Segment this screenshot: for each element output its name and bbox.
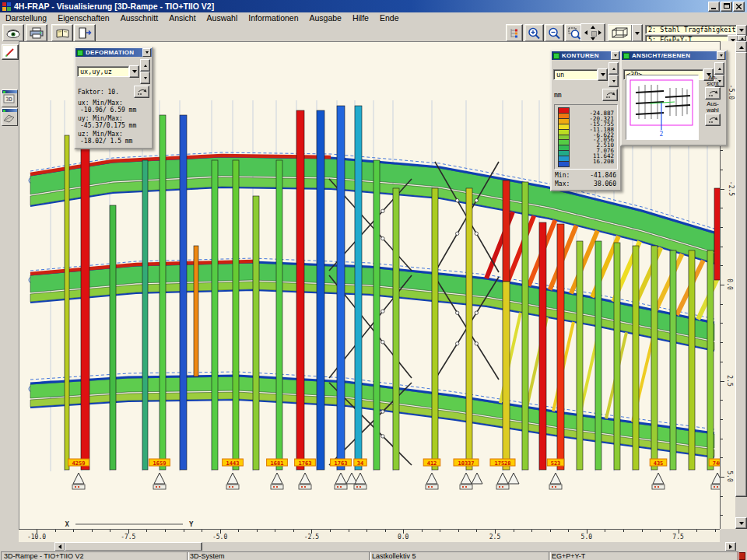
analysis-combo[interactable]: 2: Stahl Tragfähigkeit (Th. 2. O bbox=[645, 25, 740, 34]
ruler-label: -10.0 bbox=[27, 534, 46, 541]
print-button[interactable] bbox=[26, 24, 47, 42]
status-cell: Lastkollektiv 5 bbox=[369, 551, 551, 560]
model-column bbox=[614, 243, 620, 470]
zoom-in-button[interactable] bbox=[524, 24, 544, 42]
scroll-down-icon[interactable] bbox=[735, 517, 747, 529]
menu-item-darstellung[interactable]: Darstellung bbox=[0, 13, 52, 23]
apply-konturen-button[interactable] bbox=[602, 89, 618, 101]
deformation-combo[interactable]: ux,uy,uz bbox=[77, 66, 129, 77]
horizontal-scrollbar[interactable] bbox=[19, 542, 735, 551]
support-triangle bbox=[653, 473, 664, 484]
support-dot bbox=[156, 486, 157, 488]
brace-joint-marker bbox=[475, 232, 478, 235]
exit-button[interactable] bbox=[74, 24, 96, 42]
contour-legend: -24.887-20.321-15.755-11.188-6.622-2.056… bbox=[554, 104, 618, 170]
edit-pencil-button[interactable] bbox=[2, 44, 19, 60]
ruler-label: 5.0 bbox=[581, 534, 592, 541]
support-dot bbox=[654, 486, 656, 488]
view-eye-button[interactable] bbox=[2, 24, 24, 42]
support-triangle bbox=[335, 473, 346, 484]
title-bar: 4H-FRAP - Visualisierung [3D-Rampe - TIO… bbox=[0, 0, 747, 12]
ruler-tick bbox=[721, 457, 723, 458]
konturen-panel-titlebar[interactable]: KONTUREN bbox=[552, 51, 620, 60]
ruler-tick bbox=[476, 530, 477, 532]
view-preview-thumbnail: 2 bbox=[626, 75, 696, 138]
ruler-tick bbox=[531, 530, 532, 532]
zoom-out-button[interactable] bbox=[545, 24, 564, 42]
maximize-icon[interactable] bbox=[721, 2, 732, 12]
model-column bbox=[81, 129, 89, 470]
scroll-up-icon[interactable] bbox=[735, 41, 747, 53]
support-triangle bbox=[154, 473, 165, 484]
ruler-tick bbox=[55, 530, 56, 532]
minimized-panel-ramp[interactable] bbox=[2, 108, 18, 126]
panel-collapse-icon[interactable] bbox=[611, 51, 619, 60]
apply-view-button[interactable] bbox=[705, 87, 721, 100]
view-3d-dropdown-arrow[interactable] bbox=[632, 24, 643, 42]
panel-collapse-icon[interactable] bbox=[717, 51, 725, 60]
view-preview[interactable]: 2 bbox=[626, 75, 699, 140]
deformation-row-value: -18.02/ 1.5 mm bbox=[75, 138, 152, 145]
svg-text:2: 2 bbox=[660, 131, 664, 138]
analysis-combo-arrow[interactable] bbox=[736, 25, 747, 36]
apply-selection-button[interactable] bbox=[705, 114, 721, 126]
konturen-combo-arrow[interactable] bbox=[598, 68, 608, 81]
help-book-button[interactable] bbox=[51, 24, 73, 42]
menu-item-hilfe[interactable]: Hilfe bbox=[347, 13, 374, 23]
deformation-panel-titlebar[interactable]: DEFORMATION bbox=[75, 48, 152, 57]
panel-icon bbox=[553, 53, 559, 59]
menu-item-ausschnitt[interactable]: Ausschnitt bbox=[115, 13, 163, 23]
pan-center[interactable] bbox=[591, 31, 597, 37]
diagonal-strut bbox=[656, 254, 682, 311]
menu-item-ausgabe[interactable]: Ausgabe bbox=[304, 13, 347, 23]
menu-item-auswahl[interactable]: Auswahl bbox=[202, 13, 244, 23]
support-dot bbox=[359, 486, 361, 488]
brace-joint-marker bbox=[475, 311, 478, 314]
ruler-tick bbox=[721, 496, 723, 497]
model-column bbox=[374, 160, 380, 470]
spinner-down-icon[interactable] bbox=[608, 75, 619, 87]
apply-deformation-button[interactable] bbox=[134, 86, 149, 98]
pan-pad[interactable] bbox=[580, 23, 605, 43]
apply-arrow-icon bbox=[707, 116, 718, 124]
deformation-row-label: uz: Min/Max: bbox=[75, 130, 152, 138]
minimized-panel-3d[interactable]: 3D bbox=[2, 89, 18, 107]
menu-item-informationen[interactable]: Informationen bbox=[243, 13, 303, 23]
vertical-scrollbar[interactable] bbox=[735, 41, 747, 529]
deformation-spinner[interactable] bbox=[140, 59, 150, 84]
minimize-icon[interactable] bbox=[708, 2, 720, 12]
faktor-label: Faktor: 10. bbox=[78, 89, 119, 96]
vertical-scroll-thumb[interactable] bbox=[735, 52, 747, 497]
menu-item-ansicht[interactable]: Ansicht bbox=[163, 13, 201, 23]
pan-right-icon[interactable] bbox=[598, 30, 601, 35]
select-button-label: Aus- wahl bbox=[707, 101, 718, 113]
apply-arrow-icon bbox=[136, 88, 147, 96]
options-tree-button[interactable] bbox=[506, 24, 523, 42]
diagonal-strut bbox=[507, 216, 534, 282]
konturen-combo[interactable]: un bbox=[553, 69, 598, 80]
left-tool-strip: 3D bbox=[0, 41, 19, 551]
toolbar: 2: Stahl Tragfähigkeit (Th. 2. O 5: EG+P… bbox=[0, 23, 747, 41]
deformation-combo-arrow[interactable] bbox=[129, 65, 139, 78]
ruler-tick bbox=[721, 323, 723, 324]
ruler-tick bbox=[366, 530, 367, 532]
konturen-spinner[interactable] bbox=[608, 62, 619, 87]
close-icon[interactable] bbox=[733, 2, 745, 12]
menu-item-eigenschaften[interactable]: Eigenschaften bbox=[52, 13, 115, 23]
ansicht-panel-titlebar[interactable]: ANSICHT/EBENEN bbox=[622, 51, 726, 60]
ruler-label: 0.0 bbox=[398, 534, 409, 541]
spinner-up-icon[interactable] bbox=[140, 59, 150, 72]
brace-joint-marker bbox=[456, 199, 459, 202]
ruler-tick bbox=[440, 530, 440, 532]
pan-left-icon[interactable] bbox=[584, 30, 587, 35]
ruler-label: 2.5 bbox=[489, 534, 500, 541]
pan-down-icon[interactable] bbox=[591, 37, 595, 40]
ruler-tick bbox=[721, 381, 724, 382]
spinner-down-icon[interactable] bbox=[140, 72, 150, 84]
view-3d-box-button[interactable] bbox=[608, 24, 633, 42]
spinner-up-icon[interactable] bbox=[608, 62, 619, 75]
panel-collapse-icon[interactable] bbox=[142, 48, 151, 57]
pan-up-icon[interactable] bbox=[591, 26, 595, 29]
menu-item-ende[interactable]: Ende bbox=[374, 13, 405, 23]
spinner-up-icon[interactable] bbox=[738, 35, 746, 41]
